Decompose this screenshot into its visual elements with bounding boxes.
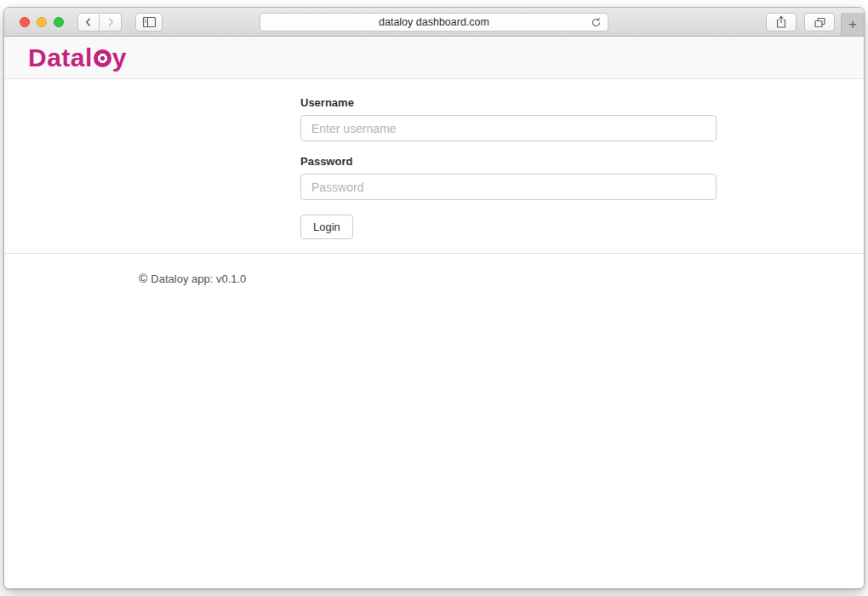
logo-bullseye-icon xyxy=(94,49,111,67)
password-label: Password xyxy=(300,155,717,168)
close-button[interactable] xyxy=(20,17,30,27)
plus-icon: + xyxy=(848,16,857,33)
url-field[interactable]: dataloy dashboard.com xyxy=(260,13,608,32)
sidebar-icon xyxy=(142,16,157,28)
page-footer: © Dataloy app: v0.1.0 xyxy=(4,254,864,285)
login-form: Username Password Login xyxy=(300,96,717,239)
chevron-right-icon xyxy=(105,16,117,28)
reload-icon xyxy=(591,17,602,28)
tabs-icon xyxy=(814,16,826,28)
page-content: Dataly Username Password Login © Dataloy… xyxy=(4,37,864,587)
share-icon xyxy=(775,15,787,29)
url-text: dataloy dashboard.com xyxy=(379,16,489,28)
login-button[interactable]: Login xyxy=(300,215,353,239)
copyright-icon: © xyxy=(139,272,147,285)
forward-button[interactable] xyxy=(100,13,122,32)
share-button[interactable] xyxy=(766,13,797,32)
username-label: Username xyxy=(300,96,717,109)
traffic-lights xyxy=(20,17,64,27)
chevron-left-icon xyxy=(83,16,94,28)
username-field[interactable] xyxy=(300,115,717,141)
minimize-button[interactable] xyxy=(37,17,47,27)
new-tab-button[interactable]: + xyxy=(841,13,864,36)
nav-buttons xyxy=(77,13,122,32)
back-button[interactable] xyxy=(77,13,100,32)
reload-button[interactable] xyxy=(588,15,603,29)
browser-window: dataloy dashboard.com xyxy=(3,7,865,589)
dataloy-logo: Dataly xyxy=(28,43,127,72)
toolbar-right-buttons xyxy=(766,13,835,32)
zoom-button[interactable] xyxy=(54,17,64,27)
site-header: Dataly xyxy=(4,37,864,79)
password-field[interactable] xyxy=(300,174,717,200)
tab-overview-button[interactable] xyxy=(804,13,835,32)
browser-toolbar: dataloy dashboard.com xyxy=(4,8,864,37)
sidebar-toggle-button[interactable] xyxy=(135,13,163,32)
footer-text: Dataloy app: v0.1.0 xyxy=(151,272,246,285)
